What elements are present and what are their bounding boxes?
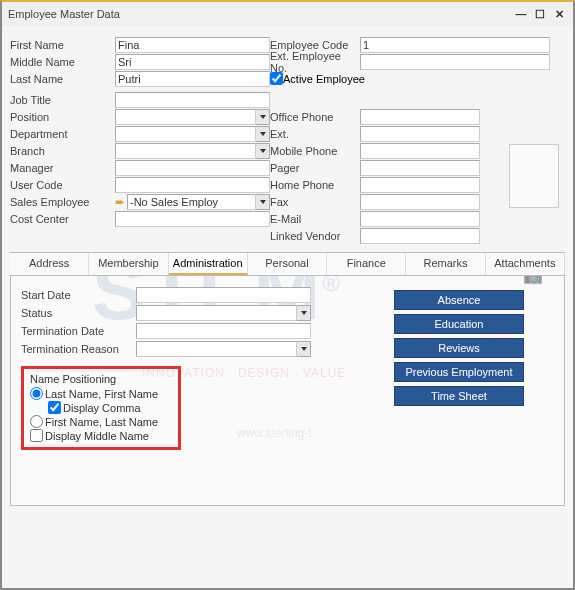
first-name-label: First Name bbox=[10, 39, 115, 51]
cost-center-label: Cost Center bbox=[10, 213, 115, 225]
chevron-down-icon[interactable] bbox=[256, 126, 270, 142]
mobile-field[interactable] bbox=[360, 143, 480, 159]
chevron-down-icon[interactable] bbox=[297, 305, 311, 321]
department-label: Department bbox=[10, 128, 115, 140]
email-field[interactable] bbox=[360, 211, 480, 227]
manager-label: Manager bbox=[10, 162, 115, 174]
close-icon[interactable]: ✕ bbox=[551, 2, 567, 26]
manager-field[interactable] bbox=[115, 160, 270, 176]
sales-emp-label: Sales Employee bbox=[10, 196, 115, 208]
tab-remarks[interactable]: Remarks bbox=[406, 253, 485, 275]
chevron-down-icon[interactable] bbox=[297, 341, 311, 357]
name-positioning-title: Name Positioning bbox=[30, 373, 172, 385]
chevron-down-icon[interactable] bbox=[256, 109, 270, 125]
titlebar: Employee Master Data — ☐ ✕ bbox=[2, 2, 573, 26]
term-date-label: Termination Date bbox=[21, 325, 136, 337]
maximize-icon[interactable]: ☐ bbox=[532, 2, 548, 26]
education-button[interactable]: Education bbox=[394, 314, 524, 334]
department-dropdown[interactable] bbox=[115, 126, 270, 142]
checkbox-display-comma[interactable]: Display Comma bbox=[48, 401, 172, 414]
last-name-field[interactable]: Putri bbox=[115, 71, 270, 87]
admin-tabpane: Start Date Status Termination Date Termi… bbox=[10, 276, 565, 506]
active-emp-label: Active Employee bbox=[283, 73, 365, 85]
home-phone-label: Home Phone bbox=[270, 179, 360, 191]
chevron-down-icon[interactable] bbox=[256, 143, 270, 159]
position-dropdown[interactable] bbox=[115, 109, 270, 125]
position-label: Position bbox=[10, 111, 115, 123]
office-phone-field[interactable] bbox=[360, 109, 480, 125]
job-title-label: Job Title bbox=[10, 94, 115, 106]
email-label: E-Mail bbox=[270, 213, 360, 225]
last-name-label: Last Name bbox=[10, 73, 115, 85]
home-phone-field[interactable] bbox=[360, 177, 480, 193]
prev-emp-button[interactable]: Previous Employment bbox=[394, 362, 524, 382]
checkbox-display-middle[interactable]: Display Middle Name bbox=[30, 429, 172, 442]
link-arrow-icon[interactable]: ➨ bbox=[115, 195, 125, 209]
fax-label: Fax bbox=[270, 196, 360, 208]
chevron-down-icon[interactable] bbox=[256, 194, 270, 210]
start-date-field[interactable] bbox=[136, 287, 311, 303]
ext-label: Ext. bbox=[270, 128, 360, 140]
term-date-field[interactable] bbox=[136, 323, 311, 339]
tab-attachments[interactable]: Attachments bbox=[486, 253, 565, 275]
term-reason-dropdown[interactable] bbox=[136, 341, 311, 357]
name-positioning-group: Name Positioning Last Name, First Name D… bbox=[21, 366, 181, 450]
fax-field[interactable] bbox=[360, 194, 480, 210]
tab-personal[interactable]: Personal bbox=[248, 253, 327, 275]
radio-last-first[interactable]: Last Name, First Name bbox=[30, 387, 172, 400]
status-label: Status bbox=[21, 307, 136, 319]
branch-dropdown[interactable] bbox=[115, 143, 270, 159]
tab-administration[interactable]: Administration bbox=[169, 253, 248, 275]
timesheet-button[interactable]: Time Sheet bbox=[394, 386, 524, 406]
pager-field[interactable] bbox=[360, 160, 480, 176]
tabs: Address Membership Administration Person… bbox=[10, 252, 565, 276]
window-title: Employee Master Data bbox=[8, 2, 120, 26]
middle-name-field[interactable]: Sri bbox=[115, 54, 270, 70]
tab-finance[interactable]: Finance bbox=[327, 253, 406, 275]
tab-address[interactable]: Address bbox=[10, 253, 89, 275]
middle-name-label: Middle Name bbox=[10, 56, 115, 68]
office-phone-label: Office Phone bbox=[270, 111, 360, 123]
branch-label: Branch bbox=[10, 145, 115, 157]
sales-emp-dropdown[interactable]: -No Sales Employ bbox=[127, 194, 270, 210]
reviews-button[interactable]: Reviews bbox=[394, 338, 524, 358]
ext-emp-no-field[interactable] bbox=[360, 54, 550, 70]
tab-membership[interactable]: Membership bbox=[89, 253, 168, 275]
radio-first-last[interactable]: First Name, Last Name bbox=[30, 415, 172, 428]
cost-center-field[interactable] bbox=[115, 211, 270, 227]
employee-master-window: Employee Master Data — ☐ ✕ STEM® INNOVAT… bbox=[0, 0, 575, 590]
absence-button[interactable]: Absence bbox=[394, 290, 524, 310]
linked-vendor-label: Linked Vendor bbox=[270, 230, 360, 242]
start-date-label: Start Date bbox=[21, 289, 136, 301]
user-code-field[interactable] bbox=[115, 177, 270, 193]
minimize-icon[interactable]: — bbox=[513, 2, 529, 26]
mobile-label: Mobile Phone bbox=[270, 145, 360, 157]
linked-vendor-field[interactable] bbox=[360, 228, 480, 244]
term-reason-label: Termination Reason bbox=[21, 343, 136, 355]
pager-label: Pager bbox=[270, 162, 360, 174]
active-emp-checkbox[interactable] bbox=[270, 72, 283, 85]
ext-field[interactable] bbox=[360, 126, 480, 142]
first-name-field[interactable]: Fina bbox=[115, 37, 270, 53]
job-title-field[interactable] bbox=[115, 92, 270, 108]
status-dropdown[interactable] bbox=[136, 305, 311, 321]
user-code-label: User Code bbox=[10, 179, 115, 191]
